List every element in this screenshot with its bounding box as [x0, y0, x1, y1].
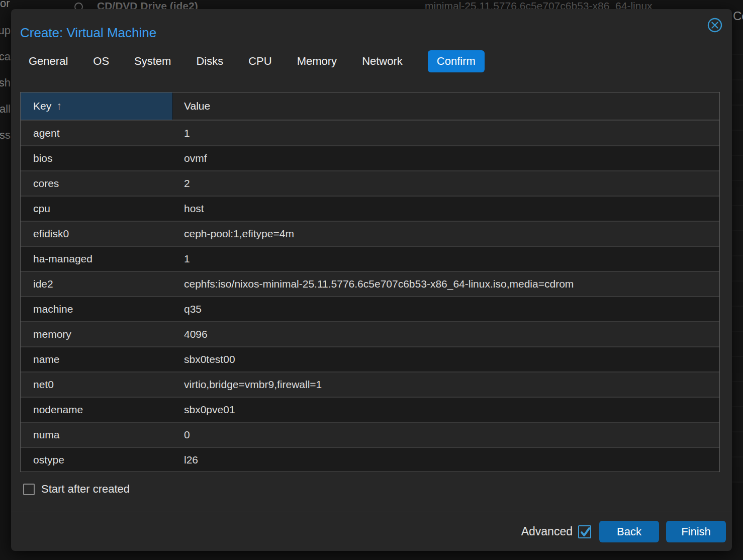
table-header: Key ↑ Value — [21, 92, 719, 120]
row-key: cpu — [21, 197, 173, 221]
row-key: machine — [21, 297, 173, 321]
row-value: 0 — [173, 423, 719, 447]
start-after-created-label: Start after created — [41, 483, 130, 496]
value-header-label: Value — [184, 100, 210, 112]
close-icon[interactable] — [707, 17, 723, 33]
tab-disks[interactable]: Disks — [196, 50, 223, 72]
row-value: 2 — [173, 171, 719, 196]
row-key: efidisk0 — [21, 222, 173, 246]
row-value: cephfs:iso/nixos-minimal-25.11.5776.6c5e… — [173, 272, 719, 296]
bg-text-fragment: sh — [0, 76, 11, 89]
tab-os[interactable]: OS — [93, 50, 109, 72]
table-row[interactable]: cores 2 — [21, 170, 719, 196]
table-row[interactable]: agent 1 — [21, 120, 719, 145]
table-row[interactable]: numa 0 — [21, 422, 719, 447]
row-key: memory — [21, 322, 173, 346]
tab-system[interactable]: System — [134, 50, 171, 72]
row-key: agent — [21, 121, 173, 145]
row-key: name — [21, 347, 173, 371]
row-key: cores — [21, 171, 173, 196]
advanced-label: Advanced — [521, 525, 573, 538]
row-value: sbx0test00 — [173, 347, 719, 371]
column-header-value[interactable]: Value — [173, 92, 719, 120]
table-row[interactable]: ha-managed 1 — [21, 246, 719, 271]
row-value: 4096 — [173, 322, 719, 346]
start-after-created-option: Start after created — [23, 483, 130, 496]
tab-general[interactable]: General — [29, 50, 68, 72]
table-row[interactable]: bios ovmf — [21, 145, 719, 170]
table-row[interactable]: ostype l26 — [21, 447, 719, 472]
sort-asc-icon: ↑ — [56, 100, 62, 113]
row-value: 1 — [173, 247, 719, 271]
table-row[interactable]: nodename sbx0pve01 — [21, 397, 719, 422]
bg-table-stripes — [732, 30, 743, 483]
row-key: bios — [21, 146, 173, 170]
row-key: ostype — [21, 448, 173, 472]
table-row[interactable]: cpu host — [21, 196, 719, 221]
row-value: sbx0pve01 — [173, 398, 719, 422]
tab-network[interactable]: Network — [362, 50, 403, 72]
row-key: ide2 — [21, 272, 173, 296]
row-key: nodename — [21, 398, 173, 422]
row-value: ovmf — [173, 146, 719, 170]
row-value: virtio,bridge=vmbr9,firewall=1 — [173, 372, 719, 397]
table-row[interactable]: name sbx0test00 — [21, 346, 719, 371]
bg-text-fragment: Co — [733, 9, 743, 23]
tab-memory[interactable]: Memory — [297, 50, 337, 72]
row-value: l26 — [173, 448, 719, 472]
bg-text-fragment: all — [0, 103, 11, 116]
table-row[interactable]: ide2 cephfs:iso/nixos-minimal-25.11.5776… — [21, 271, 719, 296]
advanced-checkbox[interactable] — [578, 525, 591, 538]
create-vm-dialog: Create: Virtual Machine General OS Syste… — [11, 9, 732, 551]
start-after-created-checkbox[interactable] — [23, 484, 35, 495]
finish-button[interactable]: Finish — [666, 521, 726, 542]
bg-text-fragment: ss — [0, 129, 11, 142]
tab-confirm[interactable]: Confirm — [428, 50, 485, 72]
tab-cpu[interactable]: CPU — [248, 50, 271, 72]
back-button[interactable]: Back — [599, 521, 659, 542]
row-key: net0 — [21, 372, 173, 397]
dialog-footer: Advanced Back Finish — [11, 512, 732, 551]
confirm-settings-table: Key ↑ Value agent 1 bios ovmf cores 2 cp… — [20, 92, 720, 472]
column-header-key[interactable]: Key ↑ — [21, 92, 173, 120]
row-value: host — [173, 197, 719, 221]
table-row[interactable]: machine q35 — [21, 296, 719, 321]
table-row[interactable]: efidisk0 ceph-pool:1,efitype=4m — [21, 221, 719, 246]
bg-text-fragment: ca — [0, 50, 11, 63]
row-value: q35 — [173, 297, 719, 321]
bg-text-fragment: up — [0, 24, 11, 37]
row-key: ha-managed — [21, 247, 173, 271]
dialog-title: Create: Virtual Machine — [20, 25, 156, 41]
bg-text-fragment: or — [0, 0, 11, 10]
key-header-label: Key — [33, 100, 51, 112]
row-key: numa — [21, 423, 173, 447]
wizard-tabs: General OS System Disks CPU Memory Netwo… — [29, 50, 485, 72]
row-value: 1 — [173, 121, 719, 145]
row-value: ceph-pool:1,efitype=4m — [173, 222, 719, 246]
table-row[interactable]: memory 4096 — [21, 321, 719, 346]
table-row[interactable]: net0 virtio,bridge=vmbr9,firewall=1 — [21, 371, 719, 397]
